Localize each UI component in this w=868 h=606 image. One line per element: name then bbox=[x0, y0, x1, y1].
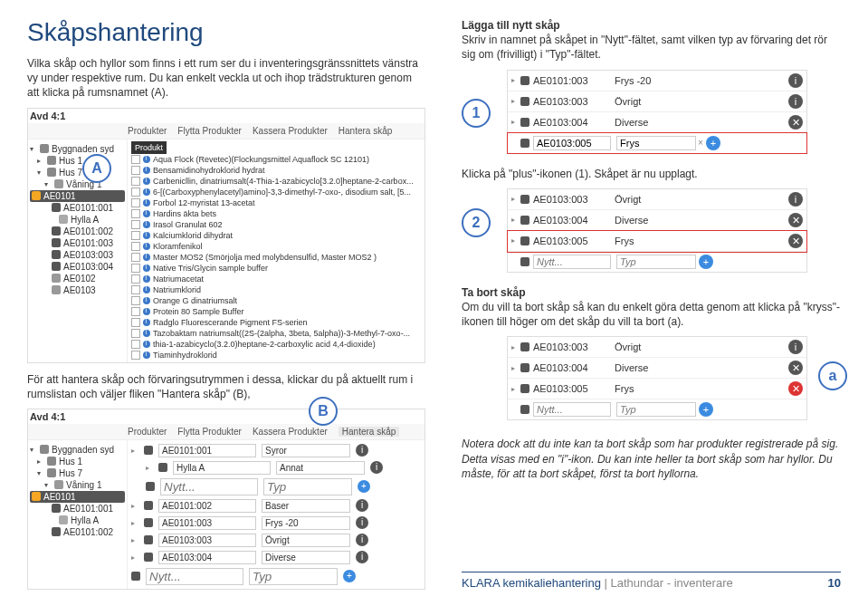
info-icon[interactable] bbox=[143, 199, 150, 207]
cabinet-type[interactable]: Övrigt bbox=[615, 96, 786, 107]
collapse-icon[interactable]: ▾ bbox=[44, 180, 52, 188]
tree-cab3[interactable]: AE0103 bbox=[63, 285, 96, 295]
tree-r2[interactable]: AE0101:002 bbox=[63, 527, 113, 537]
info-icon[interactable]: i bbox=[356, 551, 368, 563]
tree-hylla[interactable]: Hylla A bbox=[71, 215, 99, 225]
expand-icon[interactable]: ▸ bbox=[511, 195, 520, 203]
checkbox-icon[interactable] bbox=[131, 177, 140, 186]
cabinet-code[interactable]: AE0103:004 bbox=[533, 117, 615, 128]
checkbox-icon[interactable] bbox=[131, 253, 140, 262]
info-icon[interactable] bbox=[143, 156, 150, 163]
info-icon[interactable] bbox=[143, 210, 150, 217]
tree-r1[interactable]: AE0101:001 bbox=[63, 203, 113, 213]
expand-icon[interactable]: ▸ bbox=[131, 447, 138, 455]
expand-icon[interactable]: ▸ bbox=[511, 385, 520, 393]
delete-icon[interactable]: ✕ bbox=[788, 361, 803, 375]
info-icon[interactable] bbox=[143, 308, 150, 315]
product-row[interactable]: Radglo Fluorescerande Pigment FS-serien bbox=[131, 317, 421, 328]
product-row[interactable]: Natriumacetat bbox=[131, 274, 421, 284]
tab-flytta[interactable]: Flytta Produkter bbox=[177, 427, 242, 437]
info-icon[interactable] bbox=[143, 232, 150, 239]
collapse-icon[interactable]: ▾ bbox=[37, 168, 44, 177]
collapse-icon[interactable]: ▾ bbox=[30, 145, 37, 153]
product-row[interactable]: Natriumklorid bbox=[131, 284, 421, 295]
cabinet-type[interactable]: Övrigt bbox=[262, 534, 350, 547]
info-icon[interactable] bbox=[143, 265, 150, 272]
expand-icon[interactable]: ▸ bbox=[511, 364, 520, 372]
expand-icon[interactable]: ▸ bbox=[131, 536, 138, 544]
tree-cab2[interactable]: AE0102 bbox=[63, 274, 96, 284]
delete-icon[interactable]: ✕ bbox=[788, 234, 803, 248]
cabinet-type[interactable]: Frys bbox=[615, 236, 786, 246]
tree-hus1[interactable]: Hus 1 bbox=[59, 156, 82, 166]
cabinet-type[interactable]: Diverse bbox=[615, 215, 786, 226]
checkbox-icon[interactable] bbox=[131, 188, 140, 197]
tree-r3[interactable]: AE0101:003 bbox=[63, 238, 113, 248]
new-cabinet-input[interactable] bbox=[160, 478, 258, 495]
info-icon[interactable]: i bbox=[356, 534, 368, 546]
expand-icon[interactable]: ▸ bbox=[131, 519, 138, 527]
tree-hus7[interactable]: Hus 7 bbox=[59, 168, 82, 178]
product-row[interactable]: 6-[(Carboxyphenylacetyl)amino]-3,3-dimet… bbox=[131, 187, 421, 197]
collapse-icon[interactable]: ▾ bbox=[37, 469, 44, 477]
tree-r5[interactable]: AE0103:004 bbox=[63, 262, 113, 272]
info-icon[interactable] bbox=[143, 319, 150, 326]
expand-icon[interactable]: ▸ bbox=[511, 76, 520, 84]
info-icon[interactable]: i bbox=[356, 444, 368, 457]
info-icon[interactable] bbox=[143, 188, 150, 196]
tree-hus1[interactable]: Hus 1 bbox=[59, 457, 82, 467]
expand-icon[interactable]: ▸ bbox=[511, 118, 520, 126]
info-icon[interactable]: i bbox=[788, 94, 803, 109]
cabinet-type[interactable]: Övrigt bbox=[615, 341, 786, 352]
checkbox-icon[interactable] bbox=[131, 307, 140, 316]
cabinet-type[interactable]: Baser bbox=[262, 499, 350, 513]
new-type-input[interactable] bbox=[263, 478, 352, 495]
collapse-icon[interactable]: ▾ bbox=[44, 481, 52, 489]
new-name-input[interactable] bbox=[533, 402, 611, 417]
cabinet-code[interactable]: AE0103:003 bbox=[533, 341, 615, 352]
new-cabinet-input[interactable] bbox=[146, 568, 243, 585]
tab-produkter[interactable]: Produkter bbox=[128, 126, 167, 136]
tab-kassera[interactable]: Kassera Produkter bbox=[253, 126, 328, 136]
tab-hantera[interactable]: Hantera skåp bbox=[339, 126, 392, 136]
tree-hylla[interactable]: Hylla A bbox=[71, 515, 99, 525]
checkbox-icon[interactable] bbox=[131, 264, 140, 273]
delete-icon[interactable]: ✕ bbox=[788, 115, 803, 130]
cabinet-type[interactable]: Frys -20 bbox=[615, 75, 786, 86]
delete-icon[interactable]: ✕ bbox=[788, 381, 803, 396]
product-row[interactable]: Native Tris/Glycin sample buffer bbox=[131, 263, 421, 274]
cabinet-type[interactable]: Frys bbox=[615, 383, 786, 394]
tree-r1[interactable]: AE0101:001 bbox=[63, 504, 113, 514]
cabinet-type[interactable]: Frys -20 bbox=[262, 516, 350, 530]
expand-icon[interactable]: ▸ bbox=[511, 97, 520, 105]
info-icon[interactable] bbox=[143, 351, 150, 359]
tab-produkter[interactable]: Produkter bbox=[128, 427, 167, 437]
checkbox-icon[interactable] bbox=[131, 318, 140, 327]
product-row[interactable]: Bensamidinohydroklorid hydrat bbox=[131, 165, 421, 176]
add-icon[interactable]: + bbox=[706, 136, 720, 150]
product-row[interactable]: Tazobaktam natriumsalt((2S-(2alpha, 3bet… bbox=[131, 328, 421, 339]
cabinet-type[interactable]: Syror bbox=[262, 444, 350, 457]
checkbox-icon[interactable] bbox=[131, 166, 140, 175]
expand-icon[interactable]: ▸ bbox=[131, 502, 138, 510]
checkbox-icon[interactable] bbox=[131, 198, 140, 207]
delete-icon[interactable]: ✕ bbox=[788, 213, 803, 227]
checkbox-icon[interactable] bbox=[131, 296, 140, 305]
checkbox-icon[interactable] bbox=[131, 242, 140, 251]
expand-icon[interactable]: ▸ bbox=[511, 236, 520, 245]
new-type-input[interactable] bbox=[249, 568, 338, 585]
info-icon[interactable] bbox=[143, 167, 150, 174]
expand-icon[interactable]: ▸ bbox=[511, 216, 520, 224]
add-icon[interactable]: + bbox=[699, 402, 713, 417]
tab-kassera[interactable]: Kassera Produkter bbox=[253, 427, 328, 437]
cabinet-code[interactable]: AE0103:003 bbox=[533, 194, 615, 205]
tab-flytta[interactable]: Flytta Produkter bbox=[177, 126, 242, 136]
cabinet-code[interactable]: AE0103:005 bbox=[533, 383, 615, 394]
checkbox-icon[interactable] bbox=[131, 285, 140, 294]
info-icon[interactable] bbox=[143, 341, 150, 348]
info-icon[interactable]: i bbox=[370, 461, 383, 474]
cabinet-name[interactable]: AE0103:003 bbox=[158, 534, 256, 547]
product-row[interactable]: Master MOS2 (Smörjolja med molybdensulfi… bbox=[131, 252, 421, 263]
cabinet-code[interactable]: AE0103:004 bbox=[533, 362, 615, 373]
collapse-icon[interactable]: ▾ bbox=[30, 446, 37, 454]
